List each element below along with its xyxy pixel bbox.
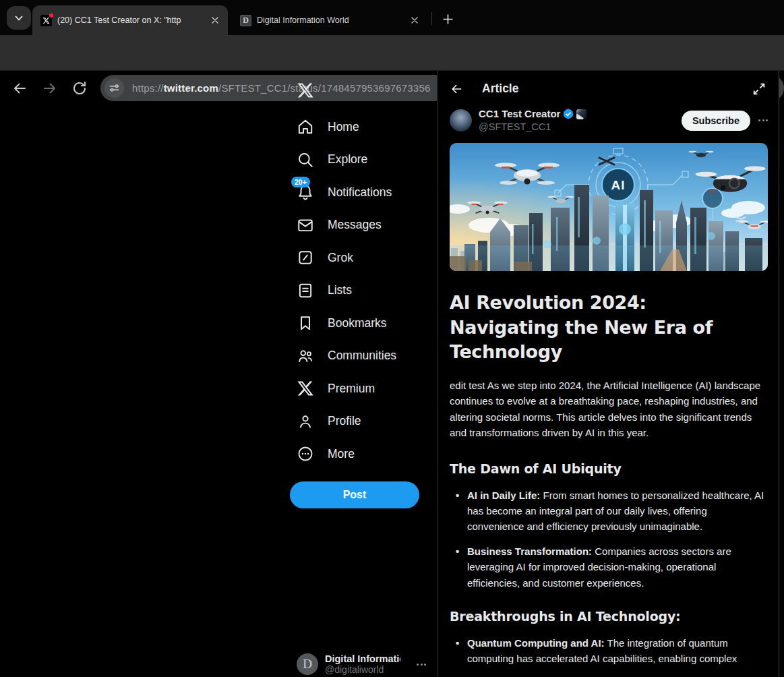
- sidebar-item-label: Explore: [328, 152, 367, 167]
- tab-search-button[interactable]: [7, 6, 31, 30]
- sidebar-item-bookmarks[interactable]: Bookmarks: [290, 307, 421, 340]
- sidebar-item-messages[interactable]: Messages: [290, 209, 421, 242]
- home-icon: [297, 118, 314, 136]
- sidebar-item-label: Bookmarks: [328, 316, 387, 330]
- browser-tab-strip: (20) CC1 Test Creator on X: "http D Digi…: [0, 0, 784, 35]
- url-domain: twitter.com: [164, 82, 218, 94]
- section-heading: The Dawn of AI Ubiquity: [450, 461, 766, 476]
- article-body: AI Revolution 2024: Navigating the New E…: [438, 291, 779, 666]
- sidebar-item-lists[interactable]: Lists: [290, 274, 421, 307]
- envelope-icon: [297, 216, 314, 234]
- bullet-list: • Quantum Computing and AI: The integrat…: [450, 635, 766, 667]
- account-more-icon[interactable]: [417, 664, 426, 666]
- article-header: Article: [438, 71, 779, 107]
- sidebar-item-label: Communities: [328, 349, 396, 363]
- sidebar-item-label: Lists: [328, 283, 352, 297]
- author-row: CC1 Test Creator @SFTEST_CC1 Subscribe: [438, 107, 779, 133]
- hero-ai-label: AI: [611, 178, 626, 192]
- sidebar-item-label: Notifications: [328, 185, 392, 200]
- sidebar-item-communities[interactable]: Communities: [290, 340, 421, 373]
- diw-favicon: D: [240, 15, 251, 26]
- x-premium-icon: [297, 380, 314, 397]
- plus-icon: [443, 14, 453, 24]
- notification-dot: [49, 13, 53, 18]
- avatar: D: [297, 653, 318, 675]
- back-icon[interactable]: [11, 80, 28, 96]
- account-switcher[interactable]: D Digital Information World @digitaliwor…: [297, 653, 440, 675]
- browser-tab-2[interactable]: D Digital Information World: [232, 5, 427, 35]
- list-item: • AI in Daily Life: From smart homes to …: [450, 488, 766, 535]
- sidebar-item-grok[interactable]: Grok: [290, 241, 421, 274]
- x-sidebar: Home Explore 20+ Notifications Messages …: [290, 71, 421, 677]
- section-heading: Breakthroughs in AI Technology:: [450, 609, 766, 624]
- list-item: • Business Transformation: Companies acr…: [450, 543, 766, 591]
- lists-icon: [297, 282, 314, 299]
- article-panel: Article CC1 Test Creator @SFTEST_CC1 Sub…: [437, 71, 779, 677]
- site-info-icon[interactable]: [104, 78, 124, 98]
- sidebar-item-home[interactable]: Home: [290, 111, 421, 144]
- tab-title: Digital Information World: [257, 16, 403, 25]
- bookmark-icon: [297, 314, 314, 332]
- verified-badge-icon: [563, 109, 574, 119]
- tab-close-icon[interactable]: [409, 14, 421, 26]
- grok-icon: [297, 249, 314, 266]
- tab-title: (20) CC1 Test Creator on X: "http: [57, 16, 204, 25]
- x-favicon: [40, 15, 52, 26]
- x-logo[interactable]: [297, 82, 314, 99]
- sidebar-item-notifications[interactable]: 20+ Notifications: [290, 176, 421, 209]
- sidebar-item-premium[interactable]: Premium: [290, 372, 421, 405]
- hero-image[interactable]: AI: [450, 143, 768, 271]
- url-scheme: https://: [132, 82, 164, 94]
- forward-icon[interactable]: [42, 80, 58, 96]
- people-icon: [297, 347, 314, 365]
- browser-toolbar: https://twitter.com/SFTEST_CC1/status/17…: [0, 35, 784, 71]
- tab-close-icon[interactable]: [209, 14, 221, 26]
- chevron-down-icon: [14, 13, 24, 23]
- affiliate-badge: [576, 109, 586, 119]
- expand-icon[interactable]: [752, 82, 766, 96]
- subscribe-button[interactable]: Subscribe: [682, 111, 750, 131]
- sidebar-item-label: Home: [328, 120, 359, 134]
- person-icon: [297, 413, 314, 430]
- article-title: AI Revolution 2024: Navigating the New E…: [450, 291, 766, 365]
- new-tab-button[interactable]: [438, 9, 458, 29]
- notifications-badge: 20+: [291, 177, 310, 187]
- author-name[interactable]: CC1 Test Creator: [479, 108, 560, 120]
- sidebar-item-more[interactable]: More: [290, 438, 421, 471]
- tab-divider: [431, 12, 432, 25]
- more-circle-icon: [297, 445, 314, 463]
- sidebar-item-label: Messages: [328, 218, 382, 232]
- article-lead: edit test As we step into 2024, the Arti…: [450, 378, 766, 441]
- sidebar-item-label: More: [328, 447, 355, 461]
- bullet-list: • AI in Daily Life: From smart homes to …: [450, 488, 766, 591]
- sidebar-item-label: Premium: [328, 382, 375, 396]
- author-handle: @SFTEST_CC1: [479, 121, 586, 133]
- account-name: Digital Information World: [325, 653, 400, 664]
- more-options-icon[interactable]: [758, 119, 768, 121]
- search-icon: [297, 151, 314, 169]
- sidebar-item-label: Grok: [328, 251, 353, 265]
- sidebar-item-profile[interactable]: Profile: [290, 405, 421, 438]
- sidebar-item-explore[interactable]: Explore: [290, 144, 421, 177]
- browser-tab-1[interactable]: (20) CC1 Test Creator on X: "http: [32, 5, 228, 35]
- post-button[interactable]: Post: [290, 481, 419, 508]
- sidebar-item-label: Profile: [328, 414, 361, 428]
- reload-icon[interactable]: [71, 80, 88, 96]
- author-avatar[interactable]: [450, 109, 472, 131]
- account-handle: @digitaliworld: [325, 664, 400, 675]
- back-arrow-icon[interactable]: [450, 82, 463, 96]
- list-item: • Quantum Computing and AI: The integrat…: [450, 635, 766, 667]
- page-title: Article: [482, 82, 518, 96]
